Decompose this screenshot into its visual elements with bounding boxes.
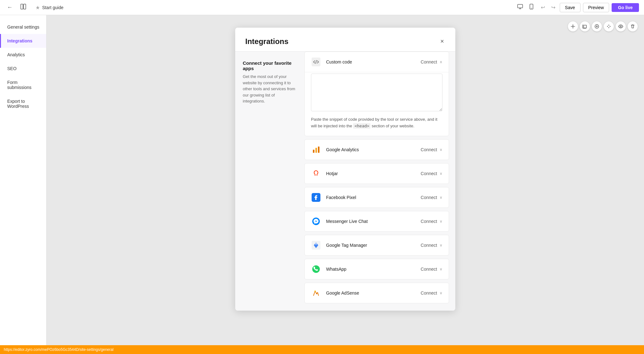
integration-item-messenger-live-chat: Messenger Live Chat Connect ∨ <box>304 211 449 232</box>
google-analytics-name: Google Analytics <box>326 147 421 152</box>
connect-title: Connect your favorite apps <box>243 60 297 71</box>
sidebar-item-form-submissions[interactable]: Form submissions <box>0 75 46 94</box>
settings-panel: Integrations × Connect your favorite app… <box>235 28 455 311</box>
main-area: Integrations × Connect your favorite app… <box>47 15 644 354</box>
canvas-preview-button[interactable] <box>616 21 626 31</box>
panel-title: Integrations <box>245 37 288 46</box>
integration-header-google-analytics[interactable]: Google Analytics Connect ∨ <box>305 140 449 160</box>
messenger-live-chat-chevron[interactable]: ∨ <box>440 219 442 224</box>
svg-rect-0 <box>21 4 23 9</box>
custom-code-textarea[interactable] <box>311 74 442 111</box>
redo-button[interactable]: ↪ <box>549 3 557 12</box>
save-button[interactable]: Save <box>560 3 580 12</box>
hotjar-name: Hotjar <box>326 171 421 176</box>
messenger-live-chat-connect[interactable]: Connect <box>421 219 437 224</box>
hotjar-chevron[interactable]: ∨ <box>440 171 442 176</box>
topbar: ← Start guide ↩ ↪ Save Preview Go liv <box>0 0 644 15</box>
sidebar-item-general-settings[interactable]: General settings <box>0 20 46 34</box>
google-tag-manager-chevron[interactable]: ∨ <box>440 243 442 247</box>
integration-header-facebook-pixel[interactable]: Facebook Pixel Connect ∨ <box>305 187 449 207</box>
svg-point-15 <box>572 26 574 27</box>
canvas-settings-button[interactable] <box>568 21 578 31</box>
custom-code-connect[interactable]: Connect <box>421 59 437 64</box>
messenger-live-chat-name: Messenger Live Chat <box>326 219 421 224</box>
google-adsense-name: Google AdSense <box>326 290 421 296</box>
canvas-copy-button[interactable] <box>580 21 590 31</box>
svg-point-12 <box>312 265 320 273</box>
integration-item-custom-code: Custom code Connect ∧ Paste the snippet … <box>304 52 449 136</box>
integration-item-facebook-pixel: Facebook Pixel Connect ∨ <box>304 187 449 208</box>
sidebar: General settings Integrations Analytics … <box>0 15 47 354</box>
golive-button[interactable]: Go live <box>612 3 639 12</box>
device-icons <box>515 2 536 13</box>
custom-code-icon <box>311 57 321 67</box>
integration-item-google-adsense: Google AdSense Connect ∨ <box>304 283 449 303</box>
integration-header-custom-code[interactable]: Custom code Connect ∧ <box>305 52 449 72</box>
integration-header-messenger-live-chat[interactable]: Messenger Live Chat Connect ∨ <box>305 211 449 231</box>
undo-button[interactable]: ↩ <box>539 3 547 12</box>
sidebar-item-integrations[interactable]: Integrations <box>0 34 46 48</box>
google-adsense-icon <box>311 288 321 298</box>
statusbar-url: https://editor.zyro.com/mePOz6bo5Gc3544D… <box>4 347 114 352</box>
svg-point-10 <box>312 218 320 225</box>
topbar-right: ↩ ↪ Save Preview Go live <box>515 2 639 13</box>
facebook-pixel-name: Facebook Pixel <box>326 195 421 200</box>
custom-code-chevron[interactable]: ∧ <box>440 60 442 64</box>
canvas-toolbar <box>568 21 638 31</box>
start-guide-label: Start guide <box>42 5 64 10</box>
svg-point-18 <box>620 26 621 27</box>
integrations-list: Custom code Connect ∧ Paste the snippet … <box>304 52 455 311</box>
google-adsense-chevron[interactable]: ∨ <box>440 291 442 295</box>
canvas-move-button[interactable] <box>604 21 614 31</box>
integration-item-google-analytics: Google Analytics Connect ∨ <box>304 139 449 160</box>
facebook-pixel-connect[interactable]: Connect <box>421 195 437 200</box>
integration-header-whatsapp[interactable]: WhatsApp Connect ∨ <box>305 259 449 279</box>
integration-item-google-tag-manager: Google Tag Manager Connect ∨ <box>304 235 449 256</box>
back-button[interactable]: ← <box>5 2 14 13</box>
desktop-view-button[interactable] <box>515 2 525 13</box>
sidebar-item-export-wordpress[interactable]: Export to WordPress <box>0 94 46 113</box>
topbar-left: ← Start guide <box>5 2 67 13</box>
google-adsense-connect[interactable]: Connect <box>421 290 437 296</box>
preview-button[interactable]: Preview <box>583 3 609 12</box>
mobile-view-button[interactable] <box>526 2 536 13</box>
google-analytics-connect[interactable]: Connect <box>421 147 437 152</box>
svg-rect-2 <box>518 4 523 8</box>
canvas-delete-button[interactable] <box>628 21 638 31</box>
hotjar-connect[interactable]: Connect <box>421 171 437 176</box>
canvas-add-button[interactable] <box>592 21 602 31</box>
integration-item-whatsapp: WhatsApp Connect ∨ <box>304 259 449 279</box>
custom-code-name: Custom code <box>326 59 421 64</box>
svg-rect-7 <box>315 148 317 153</box>
google-analytics-chevron[interactable]: ∨ <box>440 147 442 152</box>
google-tag-manager-connect[interactable]: Connect <box>421 243 437 248</box>
hotjar-icon <box>311 169 321 179</box>
panel-description: Connect your favorite apps Get the most … <box>235 52 304 311</box>
whatsapp-connect[interactable]: Connect <box>421 267 437 272</box>
whatsapp-name: WhatsApp <box>326 267 421 272</box>
sidebar-item-analytics[interactable]: Analytics <box>0 48 46 62</box>
panel-close-button[interactable]: × <box>439 36 445 46</box>
facebook-pixel-icon <box>311 192 321 202</box>
facebook-pixel-chevron[interactable]: ∨ <box>440 195 442 200</box>
integration-item-hotjar: Hotjar Connect ∨ <box>304 163 449 184</box>
custom-code-hint: Paste the snippet of code provided by th… <box>311 116 442 130</box>
statusbar: https://editor.zyro.com/mePOz6bo5Gc3544D… <box>0 345 644 354</box>
whatsapp-chevron[interactable]: ∨ <box>440 267 442 271</box>
integration-header-google-tag-manager[interactable]: Google Tag Manager Connect ∨ <box>305 235 449 255</box>
custom-code-expand: Paste the snippet of code provided by th… <box>305 72 449 136</box>
svg-point-14 <box>316 293 317 294</box>
panel-header: Integrations × <box>235 28 455 52</box>
panel-toggle-button[interactable] <box>18 2 28 13</box>
svg-rect-8 <box>318 147 319 153</box>
whatsapp-icon <box>311 264 321 274</box>
integration-header-google-adsense[interactable]: Google AdSense Connect ∨ <box>305 283 449 303</box>
svg-rect-16 <box>584 25 586 28</box>
panel-body: Connect your favorite apps Get the most … <box>235 52 455 311</box>
start-guide-button[interactable]: Start guide <box>32 3 67 12</box>
sidebar-item-seo[interactable]: SEO <box>0 62 46 75</box>
messenger-live-chat-icon <box>311 216 321 226</box>
svg-rect-1 <box>24 4 26 9</box>
google-analytics-icon <box>311 145 321 155</box>
integration-header-hotjar[interactable]: Hotjar Connect ∨ <box>305 163 449 184</box>
